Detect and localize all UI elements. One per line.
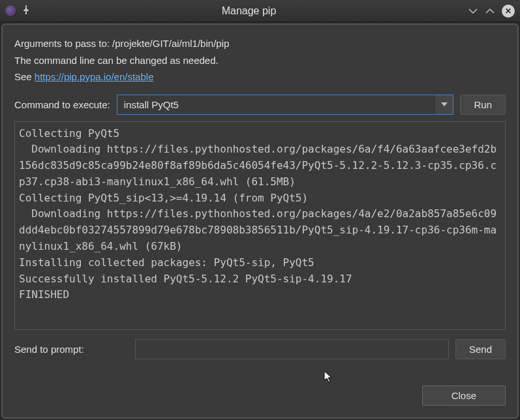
prompt-input[interactable]: [135, 339, 449, 359]
run-button[interactable]: Run: [460, 95, 506, 115]
args-path-label: Arguments to pass to: /projekte/GIT/ai/m…: [14, 37, 506, 52]
pin-icon[interactable]: [22, 5, 30, 16]
eclipse-icon: [5, 5, 17, 17]
dialog-content: Arguments to pass to: /projekte/GIT/ai/m…: [1, 23, 519, 419]
pip-docs-link[interactable]: https://pip.pypa.io/en/stable: [35, 71, 154, 82]
command-label: Command to execute:: [14, 99, 110, 110]
output-console[interactable]: Collecting PyQt5 Downloading https://fil…: [14, 121, 506, 330]
cmdline-hint: The command line can be changed as neede…: [14, 53, 506, 68]
send-prompt-label: Send to prompt:: [14, 344, 84, 355]
collapse-up-icon[interactable]: [485, 7, 495, 15]
see-link-row: See https://pip.pypa.io/en/stable: [14, 70, 506, 85]
command-input[interactable]: [117, 95, 435, 114]
command-dropdown-button[interactable]: [435, 95, 453, 114]
close-button[interactable]: Close: [422, 385, 506, 406]
collapse-down-icon[interactable]: [468, 7, 478, 15]
send-button[interactable]: Send: [455, 339, 506, 359]
window-titlebar: Manage pip ✕: [0, 0, 520, 22]
window-title: Manage pip: [30, 5, 468, 17]
close-icon[interactable]: ✕: [502, 5, 515, 18]
